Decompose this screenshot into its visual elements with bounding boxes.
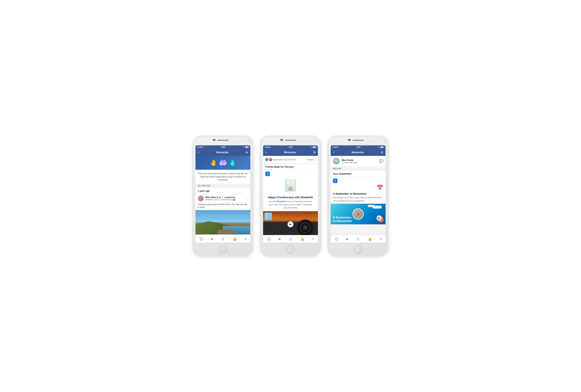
calendar-icon: 📅 bbox=[377, 185, 383, 191]
tab-notifications-icon-3[interactable]: 🔔 bbox=[368, 237, 372, 241]
wifi-icon-2: ▲ bbox=[310, 146, 312, 148]
tab-menu-icon-2[interactable]: ≡ bbox=[312, 237, 314, 241]
reaction-count: Nadia Blok and 23 others bbox=[273, 159, 296, 161]
rocks bbox=[218, 229, 234, 234]
more-btn-3[interactable]: ... bbox=[381, 179, 383, 182]
post-header-1: Willa Wells is at 📍 Lands End. October 4… bbox=[196, 194, 250, 203]
sept-image[interactable]: 👤 A Septemberto Remember ▶ bbox=[331, 204, 386, 224]
tab-bar-3: 📋 ▶ 🛒 🔔 ≡ bbox=[331, 235, 386, 242]
settings-icon-2[interactable]: ⚙ bbox=[313, 151, 316, 154]
messenger-icon[interactable]: 💬 bbox=[379, 159, 383, 163]
wes-foster-name: Wes Foster bbox=[342, 159, 377, 162]
avatar-willa bbox=[198, 196, 204, 201]
camera-1 bbox=[214, 139, 216, 141]
settings-icon-3[interactable]: ⚙ bbox=[381, 151, 383, 154]
speaker-2 bbox=[285, 140, 296, 141]
tab-video-icon-2[interactable]: ▶ bbox=[279, 237, 281, 241]
recaps-label: RECAPS bbox=[331, 167, 386, 171]
speaker-1 bbox=[217, 140, 228, 141]
tab-marketplace-icon-2[interactable]: 🛒 bbox=[289, 237, 292, 241]
tab-marketplace-icon-3[interactable]: 🛒 bbox=[356, 237, 360, 241]
fb-icon-2: f bbox=[265, 172, 270, 176]
wifi-icon-1: ▲ bbox=[242, 146, 244, 148]
share-icon: ↗ bbox=[306, 158, 308, 161]
more-btn-2[interactable]: ... bbox=[314, 172, 316, 175]
home-button-2[interactable] bbox=[286, 245, 295, 254]
home-button-1[interactable] bbox=[219, 245, 227, 254]
wes-foster-info: Wes Foster 11 years ago today bbox=[342, 159, 377, 164]
tab-video-icon-3[interactable]: ▶ bbox=[346, 237, 348, 241]
friendversary-card: f ... Happy Friendversary with Elizabeth… bbox=[263, 170, 318, 235]
tab-news-icon-3[interactable]: 📋 bbox=[335, 237, 338, 241]
screen-2: 2:04 ▲ < Memories ⚙ 👍 ❤ bbox=[263, 145, 318, 242]
reaction-icons-2: 👍 ❤ Nadia Blok and 23 others bbox=[265, 158, 296, 161]
post-meta-1: Willa Wells is at 📍 Lands End. October 4… bbox=[205, 196, 244, 201]
battery-3 bbox=[380, 146, 384, 148]
nav-bar-1: < Memories ⚙ bbox=[196, 149, 250, 156]
status-bar-2: 2:04 ▲ bbox=[263, 145, 318, 149]
back-icon-1[interactable]: < bbox=[198, 151, 200, 154]
september-card: f ... 📅 A September to Remember We thoug… bbox=[331, 177, 386, 224]
on-this-day-header: ON THIS DAY bbox=[196, 184, 250, 188]
card-subtitle-2: You and Elizabeth became Facebook friend… bbox=[263, 199, 318, 211]
intro-text-1: From the most recent memories to those l… bbox=[196, 170, 250, 184]
play-button-2[interactable]: ▶ bbox=[288, 221, 294, 227]
hero-hand-1: 🤚 bbox=[210, 159, 217, 166]
nav-bar-2: < Memories ⚙ bbox=[263, 149, 318, 156]
tab-news-icon-2[interactable]: 📋 bbox=[267, 237, 271, 241]
hero-hand-3: 🤚 bbox=[229, 159, 236, 166]
tab-notifications-icon-2[interactable]: 🔔 bbox=[300, 237, 304, 241]
hero-hand-2: 🤲 bbox=[219, 159, 227, 167]
sept-play-button[interactable]: ▶ bbox=[376, 215, 382, 220]
back-icon-3[interactable]: < bbox=[333, 151, 335, 154]
content-1: 🤚 🤲 🤚 From the most recent memories to t… bbox=[196, 156, 250, 235]
signal-dots-3 bbox=[332, 147, 339, 148]
post-image-1 bbox=[196, 210, 250, 234]
reactions-bar-2: 👍 ❤ Nadia Blok and 23 others ↗ Share bbox=[263, 156, 318, 163]
vinyl-record bbox=[297, 220, 313, 235]
memories-hero-1: 🤚 🤲 🤚 bbox=[196, 156, 250, 170]
status-time-3: 2:04 bbox=[356, 146, 360, 148]
tab-menu-icon-3[interactable]: ≡ bbox=[380, 237, 382, 241]
wifi-icon-3: ▲ bbox=[378, 146, 380, 148]
share-button-2[interactable]: ↗ Share bbox=[304, 157, 316, 162]
dot4 bbox=[201, 147, 202, 148]
dot3 bbox=[200, 147, 201, 148]
battery-2 bbox=[313, 146, 316, 148]
camera-3 bbox=[349, 139, 350, 141]
fb-icon-3: f bbox=[333, 179, 338, 183]
profile-photo: 👤 bbox=[353, 209, 363, 219]
card-top: f ... bbox=[263, 170, 318, 178]
nav-title-3: Memories bbox=[352, 151, 364, 154]
screen-3: 2:04 ▲ < Memories ⚙ W bbox=[331, 145, 386, 242]
status-right-1: ▲ bbox=[242, 146, 248, 148]
home-button-3[interactable] bbox=[354, 245, 362, 254]
avatar-img-willa bbox=[198, 196, 204, 201]
tab-bar-1: 📋 ▶ 🛒 🔔 ≡ bbox=[196, 235, 250, 242]
phone-3: 2:04 ▲ < Memories ⚙ W bbox=[328, 136, 388, 256]
tab-video-icon[interactable]: ▶ bbox=[211, 237, 213, 241]
more-btn-1[interactable]: ... bbox=[246, 197, 248, 200]
card-title-2: Happy Friendversary with Elizabeth! bbox=[263, 195, 318, 199]
tab-menu-icon[interactable]: ≡ bbox=[245, 237, 246, 241]
wes-foster-time: 11 years ago today bbox=[342, 162, 377, 164]
video-placeholder-2[interactable]: ▶ bbox=[263, 211, 318, 235]
settings-icon-1[interactable]: ⚙ bbox=[246, 151, 248, 154]
nav-title-2: Memories bbox=[284, 151, 296, 154]
content-2: 👍 ❤ Nadia Blok and 23 others ↗ Share Fri… bbox=[263, 156, 318, 235]
status-bar-3: 2:04 ▲ bbox=[331, 145, 386, 149]
screen-1: 2:04 ▲ < Memories ⚙ 🤚 🤲 🤚 bbox=[196, 145, 250, 242]
sept-profile-circle: 👤 bbox=[352, 208, 364, 220]
friends-section-title: Friends Made On This Day bbox=[263, 163, 318, 170]
tab-news-icon[interactable]: 📋 bbox=[200, 237, 203, 241]
back-icon-2[interactable]: < bbox=[265, 151, 267, 154]
dot2 bbox=[199, 147, 200, 148]
card-illustration-2 bbox=[263, 178, 318, 195]
tab-notifications-icon[interactable]: 🔔 bbox=[233, 237, 236, 241]
sept-illustration: 📅 bbox=[331, 185, 386, 192]
speaker-3 bbox=[352, 140, 364, 141]
tab-marketplace-icon[interactable]: 🛒 bbox=[221, 237, 225, 241]
sky bbox=[196, 210, 250, 222]
wes-foster-avatar: W bbox=[333, 158, 340, 165]
cloud-2 bbox=[368, 205, 374, 207]
